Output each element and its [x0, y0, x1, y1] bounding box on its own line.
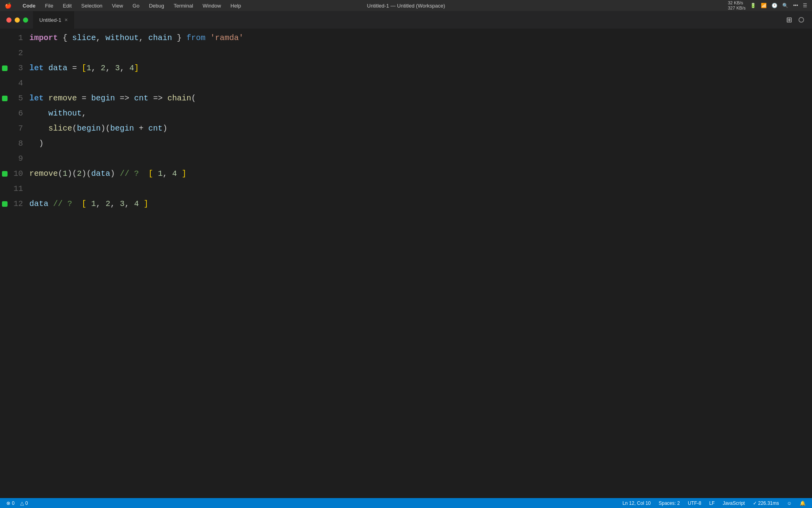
tab-close-icon[interactable]: × — [65, 17, 68, 23]
code-line-2[interactable] — [29, 46, 806, 61]
cursor-position[interactable]: Ln 12, Col 10 — [622, 500, 651, 506]
line-num-1: 1 — [10, 31, 29, 46]
line-num-6: 6 — [10, 106, 29, 121]
editor-wrapper: 1 2 3 4 5 6 7 8 9 — [0, 29, 812, 498]
bp-dot-10 — [2, 171, 8, 177]
menu-window[interactable]: Window — [201, 3, 222, 9]
code-line-11[interactable] — [29, 181, 806, 196]
bp-dot-12 — [2, 201, 8, 207]
bell-icon[interactable]: 🔔 — [800, 500, 806, 506]
menu-view[interactable]: View — [110, 3, 124, 9]
code-line-1[interactable]: import { slice , without , chain } from … — [29, 31, 806, 46]
menu-selection[interactable]: Selection — [80, 3, 104, 9]
code-line-5[interactable]: let remove = begin => cnt => chain ( — [29, 91, 806, 106]
close-button[interactable] — [6, 17, 11, 23]
bp-6 — [0, 106, 10, 121]
clock-icon: 🕐 — [772, 3, 778, 8]
bp-1 — [0, 31, 10, 46]
spotlight-icon[interactable]: 🔍 — [782, 3, 788, 8]
maximize-button[interactable] — [23, 17, 28, 23]
code-line-12[interactable]: data // ? [ 1 , 2 , 3 , 4 ] — [29, 196, 806, 212]
code-content-5: let remove = begin => cnt => chain ( — [29, 91, 196, 106]
code-content-1: import { slice , without , chain } from … — [29, 31, 243, 46]
tab-untitled[interactable]: Untitled-1 × — [33, 11, 75, 29]
wifi-icon: 📶 — [761, 3, 767, 8]
traffic-lights — [6, 17, 28, 23]
bp-indicator-10 — [0, 171, 10, 177]
warning-count[interactable]: △ 0 — [20, 500, 28, 506]
line-num-row-11: 11 — [10, 181, 29, 196]
code-content-3: let data = [ 1 , 2 , 3 , 4 ] — [29, 61, 139, 76]
menu-help[interactable]: Help — [229, 3, 243, 9]
tabbar-right: ⊞ — [786, 15, 812, 24]
tabbar: Untitled-1 × ⊞ — [0, 11, 812, 29]
code-line-3[interactable]: let data = [ 1 , 2 , 3 , 4 ] — [29, 61, 806, 76]
bp-11 — [0, 181, 10, 196]
menu-debug[interactable]: Debug — [147, 3, 166, 9]
more-icon[interactable]: ••• — [793, 3, 798, 8]
bp-2 — [0, 46, 10, 61]
indentation[interactable]: Spaces: 2 — [659, 500, 680, 506]
line-num-9: 9 — [10, 151, 29, 166]
code-content-8: ) — [29, 136, 44, 151]
line-num-row-12: 12 — [10, 196, 29, 212]
encoding[interactable]: UTF-8 — [688, 500, 701, 506]
window-title: Untitled-1 — Untitled (Workspace) — [367, 3, 445, 9]
code-content-9 — [29, 151, 34, 166]
warning-icon: △ — [20, 500, 24, 506]
split-editor-icon[interactable]: ⊞ — [786, 15, 792, 24]
line-num-row-2: 2 — [10, 46, 29, 61]
status-circle — [799, 17, 804, 23]
language-mode[interactable]: JavaScript — [723, 500, 745, 506]
line-num-row-1: 1 — [10, 31, 29, 46]
code-line-7[interactable]: slice ( begin )( begin + cnt ) — [29, 121, 806, 136]
code-line-4[interactable] — [29, 76, 806, 91]
menu-go[interactable]: Go — [131, 3, 141, 9]
battery-icon: 🔋 — [750, 3, 756, 8]
bp-indicator-12 — [0, 201, 10, 207]
code-content-10: remove ( 1 )( 2 )( data ) // ? [ 1 , 4 — [29, 166, 186, 181]
code-content-12: data // ? [ 1 , 2 , 3 , 4 ] — [29, 196, 148, 212]
code-line-8[interactable]: ) — [29, 136, 806, 151]
scrollbar-track[interactable] — [806, 31, 812, 498]
smiley-icon[interactable]: ☺ — [787, 500, 792, 506]
apple-icon[interactable]: 🍎 — [5, 2, 11, 9]
error-icon: ⊗ — [6, 500, 10, 506]
code-line-6[interactable]: without , — [29, 106, 806, 121]
menubar-left: 🍎 Code File Edit Selection View Go Debug… — [5, 2, 243, 9]
eol[interactable]: LF — [709, 500, 715, 506]
menubar: 🍎 Code File Edit Selection View Go Debug… — [0, 0, 812, 11]
line-num-7: 7 — [10, 121, 29, 136]
line-num-3: 3 — [10, 61, 29, 76]
code-line-10[interactable]: remove ( 1 )( 2 )( data ) // ? [ 1 , 4 — [29, 166, 806, 181]
warning-num: 0 — [25, 500, 28, 506]
bp-column — [0, 31, 10, 498]
bp-indicator-5 — [0, 96, 10, 101]
error-count[interactable]: ⊗ 0 — [6, 500, 15, 506]
menu-file[interactable]: File — [44, 3, 55, 9]
code-line-9[interactable] — [29, 151, 806, 166]
line-num-8: 8 — [10, 136, 29, 151]
bp-8 — [0, 136, 10, 151]
line-num-2: 2 — [10, 46, 29, 61]
code-content-11 — [29, 181, 34, 196]
line-num-5: 5 — [10, 91, 29, 106]
line-num-row-7: 7 — [10, 121, 29, 136]
bp-9 — [0, 151, 10, 166]
statusbar-right: Ln 12, Col 10 Spaces: 2 UTF-8 LF JavaScr… — [622, 500, 806, 506]
line-num-row-3: 3 — [10, 61, 29, 76]
line-num-row-8: 8 — [10, 136, 29, 151]
bp-dot-5 — [2, 96, 8, 101]
menu-edit[interactable]: Edit — [61, 3, 73, 9]
network-stats: 32 KB/s 327 KB/s — [728, 0, 746, 11]
menu-terminal[interactable]: Terminal — [172, 3, 195, 9]
line-num-row-10: 10 — [10, 166, 29, 181]
line-num-10: 10 — [10, 166, 29, 181]
minimize-button[interactable] — [15, 17, 20, 23]
code-content-4 — [29, 76, 34, 91]
menu-code[interactable]: Code — [21, 3, 37, 9]
code-column[interactable]: import { slice , without , chain } from … — [29, 31, 806, 498]
bp-12 — [0, 196, 10, 212]
list-icon[interactable]: ☰ — [803, 3, 807, 8]
bp-10 — [0, 166, 10, 181]
